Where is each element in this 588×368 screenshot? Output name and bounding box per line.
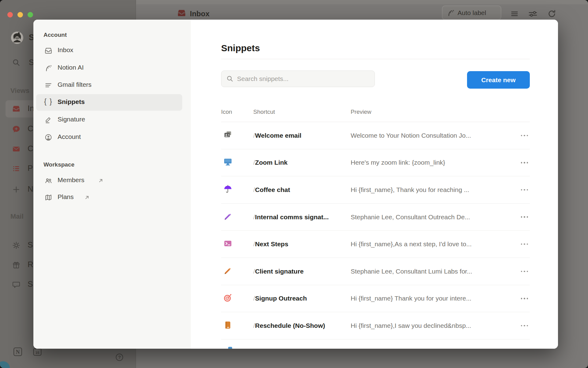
avatar[interactable] <box>11 32 23 44</box>
panel-title: Snippets <box>221 43 260 53</box>
gift-icon <box>12 261 21 269</box>
gear-icon <box>12 241 21 250</box>
snippets-panel: Snippets Create new Icon Shortcut Previe… <box>191 20 558 349</box>
inbox-icon <box>44 47 52 55</box>
filter-lines-icon <box>44 81 52 89</box>
sidebar-item-label: P <box>28 163 33 173</box>
column-header-icon: Icon <box>221 109 253 115</box>
refresh-icon[interactable] <box>547 9 556 18</box>
table-row[interactable]: /Signup Outreach Hi {first_name} Thank y… <box>221 285 530 312</box>
notebook-icon <box>223 320 232 330</box>
row-menu-button[interactable] <box>516 298 530 299</box>
settings-item-label: Inbox <box>58 46 73 54</box>
table-row[interactable]: /Reschedule (No-Show) Hi {first_name},I … <box>221 312 530 339</box>
column-header-shortcut: Shortcut <box>253 109 351 115</box>
members-icon <box>44 177 52 185</box>
table-row[interactable]: /Coffee chat Hi {first_name}, Thank you … <box>221 176 530 204</box>
sidebar-item-label: S <box>28 279 33 289</box>
settings-item-inbox[interactable]: Inbox <box>33 43 191 59</box>
snippet-shortcut: Internal comms signat... <box>255 213 329 220</box>
snippet-shortcut: Coffee chat <box>255 186 290 193</box>
sliders-icon[interactable] <box>528 9 538 19</box>
snippet-shortcut: Reschedule (No-Show) <box>255 322 325 329</box>
table-row[interactable]: /Next Steps Hi {first_name},As a next st… <box>221 231 530 258</box>
sidebar-item-label: R <box>28 260 33 269</box>
search-icon[interactable] <box>12 58 21 67</box>
settings-item-label: Snippets <box>58 98 85 105</box>
snippet-shortcut: Welcome email <box>255 132 301 139</box>
settings-item-notion-ai[interactable]: Notion AI <box>33 60 191 76</box>
table-row[interactable]: /Welcome email Welcome to Your Notion Co… <box>221 122 530 149</box>
plus-icon <box>12 185 21 194</box>
snippet-preview: Here's my zoom link: {zoom_link} <box>351 159 516 166</box>
views-section-label: Views <box>10 87 29 95</box>
monitor-icon <box>223 157 232 167</box>
search-icon <box>226 75 234 82</box>
settings-item-members[interactable]: Members <box>33 173 191 189</box>
inbox-icon <box>12 105 21 113</box>
id-card-icon <box>223 130 232 140</box>
chat-plus-icon <box>12 125 21 133</box>
external-link-icon <box>97 177 104 184</box>
create-new-button[interactable]: Create new <box>467 71 530 89</box>
table-header: Icon Shortcut Preview <box>221 109 530 115</box>
mail-section-label: Mail <box>10 213 24 220</box>
close-window-button[interactable] <box>7 12 13 17</box>
purple-pen-icon <box>223 212 232 221</box>
signature-pen-icon <box>44 116 52 124</box>
row-menu-button[interactable] <box>516 216 530 218</box>
snippet-preview: Hi {first_name}, Thank you for reaching … <box>351 186 516 194</box>
minimize-window-button[interactable] <box>17 12 23 17</box>
page-title: Inbox <box>190 10 209 18</box>
table-row[interactable]: /Zoom Link Here's my zoom link: {zoom_li… <box>221 149 530 177</box>
row-menu-button[interactable] <box>516 271 530 272</box>
title-divider <box>221 59 530 59</box>
person-circle-icon <box>44 133 52 141</box>
target-icon <box>223 293 232 302</box>
search-input[interactable] <box>237 75 369 82</box>
sidebar-item-label: N <box>28 184 33 194</box>
snippet-shortcut: Zoom Link <box>255 159 288 166</box>
settings-item-plans[interactable]: Plans <box>33 190 191 205</box>
snippet-preview: Hi {first_name} Thank you for your inter… <box>351 295 516 302</box>
row-menu-button[interactable] <box>516 135 530 136</box>
row-menu-button[interactable] <box>516 243 530 245</box>
notion-logo-icon[interactable]: N <box>13 347 23 357</box>
auto-label-button[interactable]: Auto label <box>442 6 501 20</box>
snippets-search[interactable] <box>221 71 375 87</box>
zoom-window-button[interactable] <box>28 12 33 17</box>
settings-item-signature[interactable]: Signature <box>33 112 191 128</box>
table-row[interactable]: /Client signature Stephanie Lee, Consult… <box>221 258 530 285</box>
screen: S S Views In C <box>0 0 588 368</box>
snippets-table: /Welcome email Welcome to Your Notion Co… <box>221 122 530 339</box>
list-icon <box>12 164 21 173</box>
help-glyph: ? <box>118 355 121 360</box>
settings-item-gmail-filters[interactable]: Gmail filters <box>33 77 191 93</box>
filter-lines-icon[interactable] <box>510 10 519 18</box>
row-menu-button[interactable] <box>516 162 530 163</box>
snippet-shortcut: Client signature <box>255 268 304 275</box>
workspace-section-title: Workspace <box>43 161 74 168</box>
settings-item-label: Account <box>58 133 81 140</box>
settings-item-account[interactable]: Account <box>33 129 191 145</box>
snippet-preview: Stephanie Lee, Consultant Outreach De... <box>351 213 516 221</box>
settings-item-label: Signature <box>58 116 85 123</box>
table-row[interactable]: /Internal comms signat... Stephanie Lee,… <box>221 204 530 231</box>
external-link-icon <box>84 194 90 201</box>
settings-item-label: Plans <box>58 193 74 201</box>
settings-item-snippets[interactable]: { } Snippets <box>33 94 191 110</box>
inbox-header-icon <box>177 9 186 18</box>
settings-sidebar: Account Inbox <box>33 20 191 349</box>
app-window: S S Views In C <box>0 0 588 368</box>
braces-icon: { } <box>44 98 53 106</box>
sidebar-item-label: C <box>28 124 33 133</box>
background-content-header: Inbox Auto label <box>136 0 588 20</box>
settings-item-label: Gmail filters <box>58 81 92 88</box>
row-menu-button[interactable] <box>516 325 530 327</box>
row-menu-button[interactable] <box>516 189 530 191</box>
snippet-shortcut: Signup Outreach <box>255 295 307 302</box>
snippet-shortcut: Next Steps <box>255 240 288 247</box>
help-icon[interactable]: ? <box>115 353 124 362</box>
map-icon <box>44 194 52 201</box>
terminal-icon <box>223 239 232 248</box>
